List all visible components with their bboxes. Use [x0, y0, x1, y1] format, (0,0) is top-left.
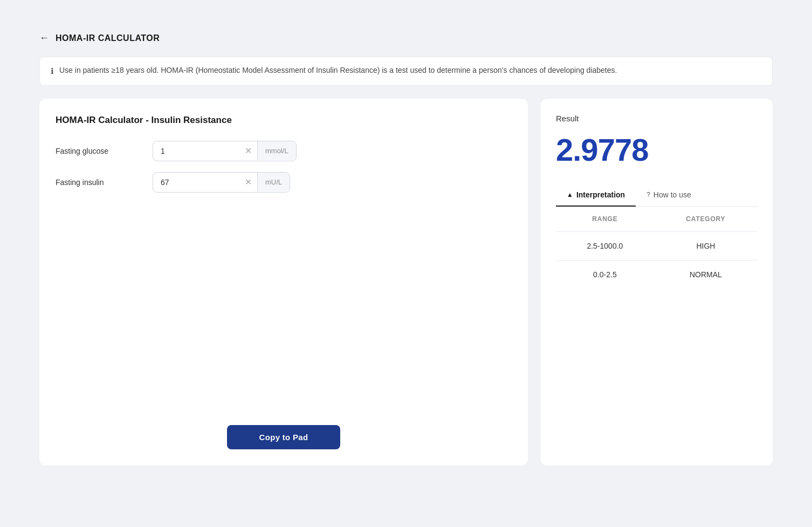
- tabs: ▲ Interpretation ? How to use: [556, 184, 758, 207]
- category-cell-2: NORMAL: [654, 260, 758, 289]
- page-header: ← HOMA-IR CALCULATOR: [39, 32, 773, 44]
- interpretation-table: RANGE CATEGORY 2.5-1000.0 HIGH 0.0-2.5 N…: [556, 207, 758, 289]
- page-title: HOMA-IR CALCULATOR: [56, 33, 160, 43]
- app-container: ← HOMA-IR CALCULATOR ℹ Use in patients ≥…: [12, 11, 800, 518]
- right-panel: Result 2.9778 ▲ Interpretation ? How to …: [541, 99, 773, 466]
- back-button[interactable]: ←: [39, 32, 49, 44]
- range-cell-1: 2.5-1000.0: [556, 231, 654, 260]
- fasting-insulin-label: Fasting insulin: [56, 178, 142, 187]
- fasting-glucose-label: Fasting glucose: [56, 147, 142, 155]
- fasting-insulin-input-group: ✕ mU/L: [153, 172, 290, 193]
- fasting-glucose-row: Fasting glucose ✕ mmol/L: [56, 141, 512, 161]
- info-banner: ℹ Use in patients ≥18 years old. HOMA-IR…: [39, 57, 773, 86]
- category-header: CATEGORY: [654, 207, 758, 232]
- result-label: Result: [556, 114, 758, 123]
- tab-how-to-use-label: How to use: [653, 190, 691, 199]
- fasting-insulin-row: Fasting insulin ✕ mU/L: [56, 172, 512, 193]
- table-header-row: RANGE CATEGORY: [556, 207, 758, 232]
- fasting-glucose-input-group: ✕ mmol/L: [153, 141, 297, 161]
- info-text: Use in patients ≥18 years old. HOMA-IR (…: [59, 65, 617, 76]
- fasting-insulin-unit: mU/L: [257, 173, 290, 191]
- copy-to-pad-button[interactable]: Copy to Pad: [227, 425, 341, 449]
- tab-interpretation-label: Interpretation: [576, 190, 625, 199]
- table-row: 2.5-1000.0 HIGH: [556, 231, 758, 260]
- fasting-insulin-input[interactable]: [153, 173, 239, 192]
- tab-how-to-use[interactable]: ? How to use: [636, 184, 702, 207]
- result-value: 2.9778: [556, 132, 758, 168]
- range-cell-2: 0.0-2.5: [556, 260, 654, 289]
- fasting-glucose-clear-button[interactable]: ✕: [239, 141, 257, 160]
- left-panel: HOMA-IR Calculator - Insulin Resistance …: [39, 99, 528, 466]
- fasting-insulin-clear-button[interactable]: ✕: [239, 173, 257, 191]
- table-row: 0.0-2.5 NORMAL: [556, 260, 758, 289]
- category-cell-1: HIGH: [654, 231, 758, 260]
- interpretation-icon: ▲: [567, 191, 573, 199]
- content-area: HOMA-IR Calculator - Insulin Resistance …: [39, 99, 773, 466]
- info-icon: ℹ: [51, 65, 54, 78]
- fasting-glucose-input[interactable]: [153, 141, 239, 161]
- copy-btn-wrapper: Copy to Pad: [56, 403, 512, 449]
- tab-interpretation[interactable]: ▲ Interpretation: [556, 184, 636, 207]
- fasting-glucose-unit: mmol/L: [257, 141, 296, 160]
- panel-title: HOMA-IR Calculator - Insulin Resistance: [56, 115, 512, 126]
- how-to-use-icon: ?: [646, 191, 650, 199]
- range-header: RANGE: [556, 207, 654, 232]
